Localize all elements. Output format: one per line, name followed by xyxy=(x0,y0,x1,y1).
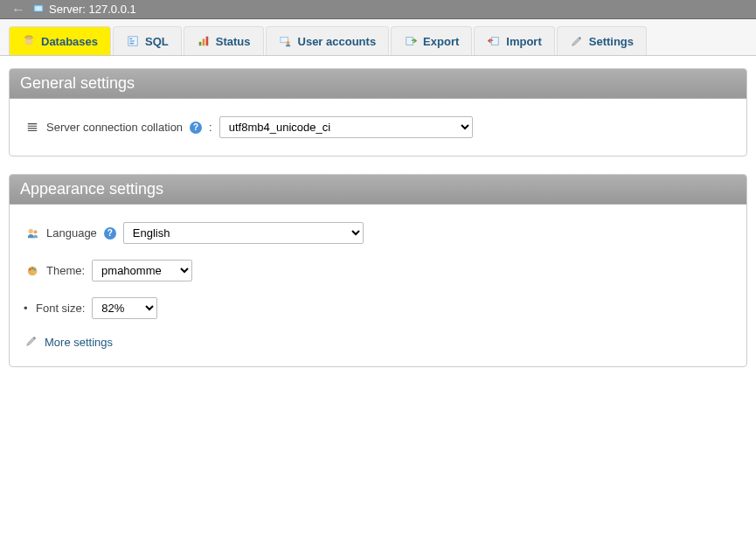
tab-user-accounts[interactable]: User accounts xyxy=(266,26,390,55)
tab-label: SQL xyxy=(145,35,169,48)
fontsize-select[interactable]: 82% xyxy=(92,297,157,319)
tab-label: Import xyxy=(506,35,541,48)
back-button[interactable]: ← xyxy=(5,2,31,17)
language-row: Language ? English xyxy=(25,222,731,244)
svg-rect-1 xyxy=(36,6,42,10)
fontsize-bullet: Font size: xyxy=(25,302,85,315)
tab-status[interactable]: Status xyxy=(184,26,264,55)
collation-select[interactable]: utf8mb4_unicode_ci xyxy=(219,116,473,138)
topbar: ← Server: 127.0.0.1 xyxy=(0,0,756,19)
appearance-settings-panel: Appearance settings Language ? English T… xyxy=(9,174,747,367)
svg-rect-2 xyxy=(36,12,40,14)
svg-point-19 xyxy=(33,271,35,273)
svg-point-15 xyxy=(34,230,38,233)
tab-databases[interactable]: Databases xyxy=(9,26,111,55)
export-icon xyxy=(404,34,418,48)
svg-rect-11 xyxy=(406,38,413,45)
svg-rect-6 xyxy=(199,42,202,45)
svg-rect-8 xyxy=(205,37,208,46)
svg-point-10 xyxy=(286,41,289,45)
language-icon xyxy=(25,226,39,240)
tab-sql[interactable]: SQL xyxy=(113,26,182,55)
import-icon xyxy=(487,34,501,48)
content: General settings Server connection colla… xyxy=(0,56,756,397)
colon: : xyxy=(209,121,212,134)
collation-icon xyxy=(25,121,39,135)
more-settings-label: More settings xyxy=(45,336,113,349)
database-icon xyxy=(22,34,36,48)
tab-settings[interactable]: Settings xyxy=(557,26,647,55)
tab-import[interactable]: Import xyxy=(474,26,554,55)
help-icon[interactable]: ? xyxy=(190,122,202,134)
svg-point-14 xyxy=(29,228,33,233)
svg-rect-7 xyxy=(202,38,205,45)
svg-rect-12 xyxy=(492,38,499,45)
theme-select[interactable]: pmahomme xyxy=(92,260,192,281)
language-label: Language xyxy=(46,226,97,240)
tab-label: Settings xyxy=(589,35,634,48)
sql-icon xyxy=(126,34,140,48)
tab-label: Export xyxy=(423,35,459,48)
language-select[interactable]: English xyxy=(123,222,364,244)
fontsize-label: Font size: xyxy=(36,302,85,315)
tabbar: Databases SQL Status User accounts Expor… xyxy=(0,19,756,56)
more-settings-link[interactable]: More settings xyxy=(25,335,731,349)
fontsize-row: Font size: 82% xyxy=(25,297,731,319)
svg-point-16 xyxy=(29,268,31,270)
server-label: Server: 127.0.0.1 xyxy=(49,3,136,16)
svg-point-18 xyxy=(33,268,35,270)
svg-point-20 xyxy=(33,337,35,338)
collation-label: Server connection collation xyxy=(46,121,183,134)
appearance-settings-title: Appearance settings xyxy=(10,175,746,205)
general-settings-title: General settings xyxy=(10,69,746,99)
svg-point-13 xyxy=(579,37,580,38)
tab-label: Status xyxy=(216,35,251,48)
svg-point-17 xyxy=(31,267,33,268)
wrench-icon xyxy=(25,335,39,349)
settings-icon xyxy=(570,34,584,48)
theme-row: Theme: pmahomme xyxy=(25,260,731,281)
status-icon xyxy=(197,34,211,48)
theme-icon xyxy=(25,264,39,278)
tab-export[interactable]: Export xyxy=(391,26,472,55)
collation-row: Server connection collation ? : utf8mb4_… xyxy=(25,116,731,138)
user-accounts-icon xyxy=(279,34,293,48)
server-icon xyxy=(31,3,45,17)
theme-label: Theme: xyxy=(46,264,85,277)
help-icon[interactable]: ? xyxy=(104,227,116,240)
tab-label: User accounts xyxy=(298,35,377,48)
general-settings-panel: General settings Server connection colla… xyxy=(9,68,747,156)
tab-label: Databases xyxy=(41,35,98,48)
